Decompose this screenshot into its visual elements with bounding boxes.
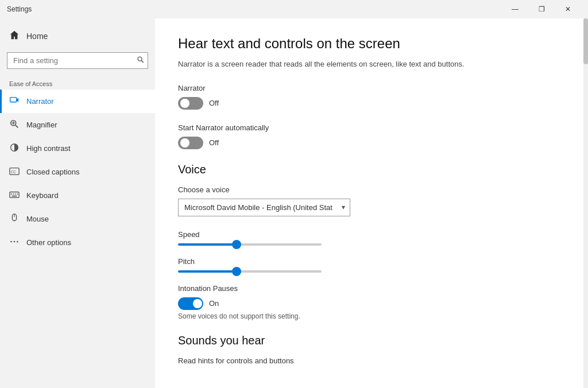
sidebar-item-closed-captions[interactable]: CC Closed captions — [0, 160, 155, 184]
svg-point-18 — [14, 220, 15, 222]
page-description: Narrator is a screen reader that reads a… — [178, 59, 523, 70]
intonation-note: Some voices do not support this setting. — [178, 312, 560, 320]
narrator-icon — [9, 95, 20, 107]
home-icon — [9, 30, 20, 42]
sidebar-item-narrator[interactable]: Narrator — [0, 90, 155, 113]
sidebar-item-other-options[interactable]: Other options — [0, 231, 155, 254]
intonation-setting-group: Intonation Pauses On Some voices do not … — [178, 284, 560, 320]
intonation-toggle-row: On — [178, 297, 560, 310]
voice-dropdown[interactable]: Microsoft David Mobile - English (United… — [179, 199, 350, 216]
intonation-label: Intonation Pauses — [178, 284, 560, 293]
intonation-toggle[interactable] — [178, 297, 203, 310]
voice-heading: Voice — [178, 163, 560, 176]
narrator-toggle-text: Off — [209, 99, 219, 107]
keyboard-icon — [9, 189, 20, 201]
pitch-slider-track — [178, 270, 322, 273]
read-hints-label: Read hints for controls and buttons — [178, 356, 560, 365]
narrator-label: Narrator — [26, 97, 54, 106]
start-narrator-toggle[interactable] — [178, 137, 203, 149]
sidebar-item-keyboard[interactable]: Keyboard — [0, 184, 155, 207]
restore-button[interactable]: ❐ — [528, 0, 555, 18]
search-button[interactable] — [137, 56, 145, 65]
search-container — [7, 52, 148, 69]
start-narrator-setting-group: Start Narrator automatically Off — [178, 123, 560, 149]
voice-dropdown-wrapper: Microsoft David Mobile - English (United… — [178, 199, 350, 216]
svg-point-20 — [14, 241, 16, 243]
other-options-label: Other options — [26, 238, 71, 247]
sidebar-item-magnifier[interactable]: Magnifier — [0, 113, 155, 137]
narrator-setting-label: Narrator — [178, 84, 560, 92]
sidebar-home[interactable]: Home — [0, 24, 155, 48]
speed-slider-track — [178, 243, 322, 246]
closed-captions-label: Closed captions — [26, 168, 80, 176]
start-narrator-toggle-text: Off — [209, 138, 219, 147]
sidebar: Home Ease of Access Narrator Magnifier — [0, 18, 155, 388]
svg-rect-10 — [10, 192, 19, 198]
svg-text:CC: CC — [11, 170, 17, 174]
sounds-heading: Sounds you hear — [178, 334, 560, 347]
sidebar-section-label: Ease of Access — [0, 73, 155, 90]
svg-line-4 — [16, 125, 18, 128]
svg-rect-14 — [17, 193, 18, 195]
main-content: Hear text and controls on the screen Nar… — [155, 18, 583, 388]
closed-captions-icon: CC — [9, 166, 20, 178]
sidebar-item-mouse[interactable]: Mouse — [0, 207, 155, 231]
choose-voice-label: Choose a voice — [178, 185, 560, 194]
minimize-button[interactable]: — — [502, 0, 528, 18]
svg-point-21 — [17, 241, 18, 243]
window-controls: — ❐ ✕ — [502, 0, 581, 18]
search-input[interactable] — [7, 52, 148, 69]
narrator-toggle[interactable] — [178, 97, 203, 110]
speed-label: Speed — [178, 230, 560, 239]
other-options-icon — [9, 236, 20, 249]
home-label: Home — [26, 32, 48, 41]
high-contrast-label: High contrast — [26, 144, 71, 153]
svg-rect-2 — [10, 98, 17, 102]
svg-point-19 — [10, 241, 12, 243]
mouse-label: Mouse — [26, 215, 49, 223]
choose-voice-group: Choose a voice Microsoft David Mobile - … — [178, 185, 560, 216]
app-title: Settings — [7, 5, 32, 13]
svg-rect-12 — [13, 193, 14, 195]
magnifier-label: Magnifier — [26, 121, 57, 129]
magnifier-icon — [9, 119, 20, 131]
narrator-toggle-row: Off — [178, 97, 560, 110]
page-title: Hear text and controls on the screen — [178, 36, 560, 52]
high-contrast-icon — [9, 142, 20, 154]
pitch-slider-container: Pitch — [178, 257, 560, 273]
start-narrator-label: Start Narrator automatically — [178, 123, 560, 132]
svg-rect-11 — [11, 193, 12, 195]
svg-line-1 — [141, 60, 144, 63]
sidebar-item-high-contrast[interactable]: High contrast — [0, 137, 155, 160]
intonation-toggle-text: On — [209, 299, 219, 308]
speed-slider-container: Speed — [178, 230, 560, 246]
mouse-icon — [9, 213, 20, 225]
narrator-setting-group: Narrator Off — [178, 84, 560, 110]
svg-rect-13 — [15, 193, 16, 195]
keyboard-label: Keyboard — [26, 191, 59, 200]
start-narrator-toggle-row: Off — [178, 137, 560, 149]
speed-slider[interactable] — [178, 243, 322, 246]
scrollbar[interactable] — [583, 18, 588, 388]
title-bar: Settings — ❐ ✕ — [0, 0, 588, 18]
pitch-label: Pitch — [178, 257, 560, 266]
svg-rect-15 — [12, 196, 17, 197]
app-container: Home Ease of Access Narrator Magnifier — [0, 18, 588, 388]
svg-point-0 — [138, 57, 142, 61]
close-button[interactable]: ✕ — [555, 0, 581, 18]
pitch-slider[interactable] — [178, 270, 322, 273]
